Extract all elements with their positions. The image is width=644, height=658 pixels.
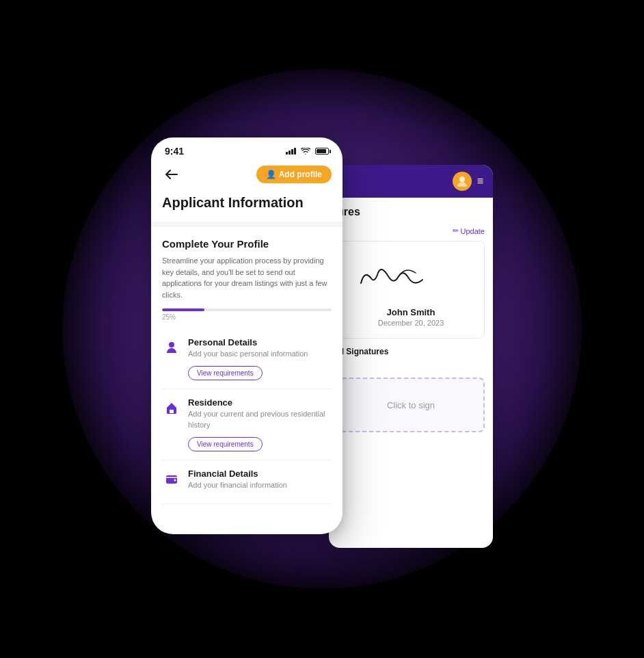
status-time: 9:41 <box>165 146 184 157</box>
status-icons <box>286 148 329 155</box>
profile-items: Personal Details Add your basic personal… <box>162 329 332 504</box>
profile-item-financial-content: Financial Details Add your financial inf… <box>188 469 332 490</box>
sig-placeholder-label: nt <box>337 367 485 375</box>
back-arrow-icon <box>165 170 178 179</box>
signature-name: John Smith <box>349 307 473 317</box>
wifi-icon <box>301 148 310 155</box>
progress-bar-container: 25% <box>162 308 332 321</box>
profile-section: Complete Your Profile Streamline your ap… <box>151 227 343 515</box>
progress-label: 25% <box>162 313 332 321</box>
home-icon <box>162 398 181 417</box>
profile-item-financial: Financial Details Add your financial inf… <box>162 460 332 503</box>
profile-item-residence-content: Residence Add your current and previous … <box>188 397 332 430</box>
update-icon: ✏ <box>453 226 459 235</box>
residence-desc: Add your current and previous residentia… <box>188 409 332 430</box>
financial-details-title: Financial Details <box>188 469 332 479</box>
profile-item-personal-content: Personal Details Add your basic personal… <box>188 337 332 359</box>
avatar <box>453 172 472 191</box>
menu-icon[interactable]: ≡ <box>477 175 483 187</box>
desktop-page-title: ures <box>337 206 485 218</box>
person-icon <box>162 338 181 357</box>
svg-rect-2 <box>170 410 174 413</box>
profile-item-residence-header: Residence Add your current and previous … <box>162 397 332 430</box>
wallet-icon <box>162 469 181 488</box>
signal-icon <box>286 148 296 155</box>
profile-item-financial-header: Financial Details Add your financial inf… <box>162 469 332 490</box>
add-profile-label: Add profile <box>279 170 322 179</box>
profile-item-residence: Residence Add your current and previous … <box>162 389 332 460</box>
profile-item-personal: Personal Details Add your basic personal… <box>162 329 332 389</box>
signature-card: John Smith December 20, 2023 <box>337 241 485 339</box>
svg-point-1 <box>169 342 174 347</box>
phones-container: ≡ ures ✏ Update <box>151 110 493 548</box>
profile-section-title: Complete Your Profile <box>162 238 332 250</box>
click-to-sign-box[interactable]: Click to sign <box>337 378 485 432</box>
phone-title-section: Applicant Information <box>151 192 343 222</box>
progress-bar-fill <box>162 308 204 311</box>
person-add-icon: 👤 <box>266 170 276 179</box>
svg-point-0 <box>459 176 465 182</box>
view-requirements-personal-button[interactable]: View requirements <box>188 366 263 380</box>
signature-svg <box>354 259 436 293</box>
update-label: Update <box>461 227 485 235</box>
desktop-content: ures ✏ Update <box>329 198 493 440</box>
battery-icon <box>315 148 329 155</box>
residence-title: Residence <box>188 397 332 408</box>
personal-details-desc: Add your basic personal information <box>188 349 332 359</box>
desktop-header: ≡ <box>329 165 493 198</box>
signature-date: December 20, 2023 <box>349 319 473 327</box>
click-to-sign-text: Click to sign <box>387 400 435 410</box>
signature-image-area <box>349 252 473 300</box>
scene: ≡ ures ✏ Update <box>0 0 644 658</box>
view-requirements-residence-button[interactable]: View requirements <box>188 437 263 451</box>
additional-sigs-header-row: al Signatures <box>337 347 485 362</box>
update-button[interactable]: ✏ Update <box>453 226 485 235</box>
add-profile-button[interactable]: 👤 Add profile <box>256 166 332 183</box>
phone-header: 👤 Add profile <box>151 159 343 192</box>
personal-details-title: Personal Details <box>188 337 332 347</box>
profile-section-desc: Streamline your application process by p… <box>162 255 332 300</box>
back-button[interactable] <box>162 165 181 184</box>
svg-point-4 <box>174 479 176 482</box>
desktop-panel: ≡ ures ✏ Update <box>329 165 493 548</box>
signature-section-row: ✏ Update <box>337 226 485 235</box>
status-bar: 9:41 <box>151 137 343 159</box>
progress-bar-track <box>162 308 332 311</box>
additional-signatures-section: al Signatures nt Click to sign <box>337 347 485 432</box>
additional-sigs-title: al Signatures <box>337 347 388 356</box>
mobile-phone: 9:41 <box>151 137 343 534</box>
phone-title: Applicant Information <box>162 195 332 211</box>
financial-details-desc: Add your financial information <box>188 480 332 490</box>
phone-divider <box>151 222 343 227</box>
profile-item-personal-header: Personal Details Add your basic personal… <box>162 337 332 359</box>
